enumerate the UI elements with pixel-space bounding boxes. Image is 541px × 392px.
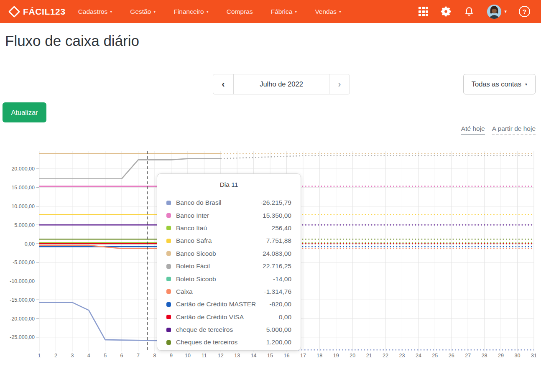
series-color-marker [166, 264, 171, 269]
tooltip-row: Banco Safra7.751,88 [166, 234, 291, 247]
tooltip-row: Banco Inter15.350,00 [166, 209, 291, 221]
x-axis-tick-label: 13 [234, 353, 240, 359]
chevron-down-icon: ▾ [153, 9, 156, 14]
y-axis-tick-label: 15.000,00 [11, 185, 35, 191]
nav-menu: Cadastros▾Gestão▾Financeiro▾ComprasFábri… [78, 8, 341, 15]
series-value: 22.716,25 [263, 262, 291, 270]
x-axis-tick-label: 12 [218, 353, 224, 359]
tooltip-day-title: Dia 11 [157, 174, 301, 196]
user-avatar[interactable]: ▾ [487, 4, 507, 19]
series-line-projected [221, 156, 534, 159]
x-axis-tick-label: 7 [137, 353, 140, 359]
series-name: Caixa [176, 288, 193, 295]
x-axis-tick-label: 14 [251, 353, 257, 359]
apps-grid-icon[interactable] [419, 7, 428, 16]
x-axis-tick-label: 8 [153, 353, 156, 359]
y-axis-tick-label: -20.000,00 [10, 316, 35, 322]
y-axis-tick-label: -10.000,00 [10, 278, 35, 284]
nav-item-vendas[interactable]: Vendas▾ [315, 8, 341, 15]
x-axis-tick-label: 21 [366, 353, 372, 359]
x-axis-tick-label: 16 [284, 353, 290, 359]
series-color-marker [166, 201, 171, 205]
series-name: Boleto Fácil [176, 262, 210, 270]
tooltip-row: Banco Itaú256,40 [166, 222, 291, 234]
chart-tooltip: Dia 11 Banco do Brasil-26.215,79Banco In… [157, 173, 301, 351]
navbar-right-icons: ▾ ? [419, 4, 530, 19]
tab-from-today[interactable]: A partir de hoje [492, 125, 536, 135]
x-axis-tick-label: 19 [333, 353, 339, 359]
notifications-bell-icon[interactable] [464, 6, 475, 17]
settings-gear-icon[interactable] [440, 6, 452, 17]
x-axis-tick-label: 30 [515, 353, 521, 359]
nav-item-fabrica[interactable]: Fábrica▾ [271, 8, 297, 15]
nav-item-gestao[interactable]: Gestão▾ [130, 8, 156, 15]
series-value: 7.751,88 [266, 237, 291, 244]
previous-month-button[interactable]: ‹ [213, 74, 234, 94]
y-axis-tick-label: -15.000,00 [10, 297, 35, 303]
brand-text: FÁCIL123 [23, 7, 66, 17]
brand-logo[interactable]: FÁCIL123 [10, 7, 66, 17]
chevron-down-icon: ▾ [525, 82, 527, 87]
x-axis-tick-label: 29 [498, 353, 504, 359]
x-axis-tick-label: 17 [300, 353, 306, 359]
help-icon[interactable]: ? [519, 6, 530, 17]
x-axis-tick-label: 15 [267, 353, 273, 359]
y-axis-tick-label: -25.000,00 [10, 334, 35, 340]
x-axis-tick-label: 10 [185, 353, 191, 359]
month-navigator: ‹ Julho de 2022 › [213, 74, 350, 94]
x-axis-tick-label: 6 [120, 353, 123, 359]
update-button[interactable]: Atualizar [3, 102, 46, 122]
next-month-button[interactable]: › [329, 74, 350, 94]
series-color-marker [166, 251, 171, 256]
x-axis-tick-label: 9 [170, 353, 173, 359]
x-axis-tick-label: 31 [531, 353, 537, 359]
accounts-filter-dropdown[interactable]: Todas as contas ▾ [463, 74, 536, 94]
series-name: cheque de terceiros [176, 326, 233, 333]
top-navbar: FÁCIL123 Cadastros▾Gestão▾Financeiro▾Com… [0, 0, 541, 23]
x-axis-tick-label: 18 [316, 353, 322, 359]
current-month-label: Julho de 2022 [233, 74, 329, 94]
nav-item-cadastros[interactable]: Cadastros▾ [78, 8, 112, 15]
series-value: 0,00 [279, 313, 291, 321]
series-name: Cheques de terceiros [176, 339, 237, 346]
avatar-image [487, 4, 502, 19]
x-axis-tick-label: 27 [465, 353, 471, 359]
x-axis-tick-label: 25 [432, 353, 438, 359]
series-name: Banco Inter [176, 212, 209, 219]
x-axis-tick-label: 3 [71, 353, 74, 359]
x-axis-tick-label: 2 [54, 353, 57, 359]
tooltip-row: Boleto Fácil22.716,25 [166, 260, 291, 272]
y-axis-tick-label: -5.000,00 [13, 260, 35, 265]
series-color-marker [166, 277, 171, 281]
tooltip-row: Cartão de Crédito MASTER-820,00 [166, 298, 291, 311]
range-tabs: Até hoje A partir de hoje [461, 125, 536, 135]
tooltip-row: Cartão de Crédito VISA0,00 [166, 311, 291, 323]
series-value: 24.083,00 [263, 250, 291, 257]
series-value: 1.200,00 [266, 339, 291, 346]
series-value: 15.350,00 [263, 212, 291, 219]
series-name: Banco do Brasil [176, 199, 222, 206]
chevron-down-icon: ▾ [110, 9, 112, 14]
tooltip-row: Boleto Sicoob-14,00 [166, 272, 291, 285]
series-color-marker [166, 340, 171, 345]
x-axis-tick-label: 1 [38, 353, 41, 359]
chevron-down-icon: ▾ [207, 9, 209, 14]
tooltip-row: Cheques de terceiros1.200,00 [166, 336, 291, 349]
y-axis-tick-label: 10.000,00 [11, 204, 35, 209]
series-value: -26.215,79 [260, 199, 291, 206]
y-axis-tick-label: 20.000,00 [11, 166, 35, 172]
series-name: Banco Safra [176, 237, 212, 244]
x-axis-tick-label: 26 [449, 353, 454, 359]
nav-item-compras[interactable]: Compras [227, 8, 253, 15]
chevron-down-icon: ▾ [295, 9, 297, 14]
series-name: Banco Sicoob [176, 250, 216, 257]
x-axis-tick-label: 23 [399, 353, 405, 359]
series-value: 256,40 [272, 224, 291, 232]
x-axis-tick-label: 4 [87, 353, 90, 359]
tab-until-today[interactable]: Até hoje [461, 125, 485, 135]
series-color-marker [166, 239, 171, 243]
accounts-filter-label: Todas as contas [472, 80, 521, 88]
series-value: -14,00 [273, 275, 291, 283]
nav-item-financeiro[interactable]: Financeiro▾ [174, 8, 208, 15]
x-axis-tick-label: 22 [383, 353, 388, 359]
